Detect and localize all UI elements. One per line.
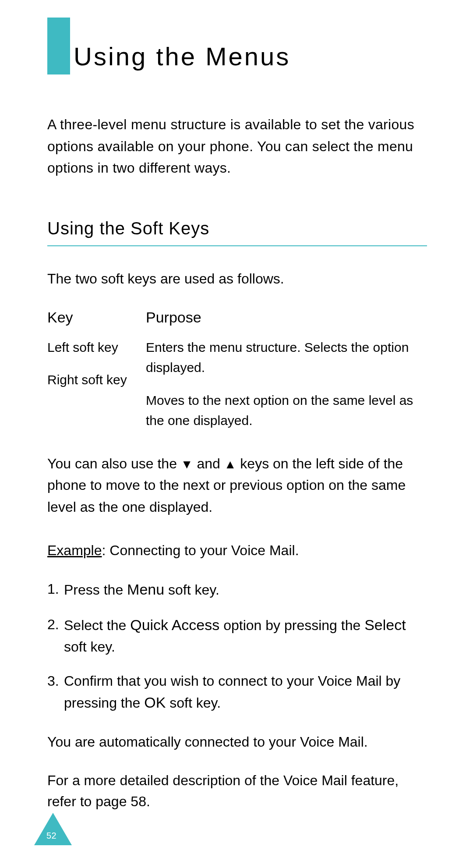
- example-line: Example: Connecting to your Voice Mail.: [47, 542, 427, 559]
- table-cell-key-1: Right soft key: [47, 370, 146, 390]
- intro-paragraph: A three-level menu structure is availabl…: [47, 114, 427, 179]
- example-label: Example: [47, 542, 102, 558]
- page-number: 52: [46, 831, 56, 841]
- section-lead: The two soft keys are used as follows.: [47, 268, 427, 289]
- step-2-suffix: option by pressing the: [219, 617, 364, 633]
- step-1-suffix: soft key.: [164, 582, 219, 598]
- page-title: Using the Menus: [74, 42, 290, 71]
- table-header-purpose: Purpose: [146, 309, 427, 326]
- manual-page: Using the Menus A three-level menu struc…: [0, 0, 473, 868]
- header-accent-bar: [47, 18, 70, 74]
- arrow-text-1: You can also use the: [47, 456, 181, 471]
- table-col-key: Key Left soft key Right soft key: [47, 309, 146, 431]
- table-cell-purpose-0: Enters the menu structure. Selects the o…: [146, 337, 427, 378]
- arrow-instructions: You can also use the ▼ and ▲ keys on the…: [47, 453, 427, 518]
- step-2-suffix2: soft key.: [64, 639, 115, 655]
- closing-paragraph-2: For a more detailed description of the V…: [47, 770, 427, 812]
- steps-list: Press the Menu soft key. Select the Quic…: [47, 578, 427, 714]
- step-1-keyword: Menu: [127, 581, 164, 598]
- step-2-keyword2: Select: [364, 616, 406, 633]
- step-2: Select the Quick Access option by pressi…: [47, 614, 427, 657]
- step-2-keyword: Quick Access: [130, 616, 219, 633]
- table-col-purpose: Purpose Enters the menu structure. Selec…: [146, 309, 427, 431]
- up-arrow-icon: ▲: [224, 457, 236, 471]
- step-1-prefix: Press the: [64, 582, 127, 598]
- example-rest: : Connecting to your Voice Mail.: [102, 542, 299, 558]
- step-3-prefix: Confirm that you wish to connect to your…: [64, 673, 400, 711]
- down-arrow-icon: ▼: [181, 457, 193, 471]
- step-3-suffix: soft key.: [166, 695, 221, 711]
- section-rule: [47, 245, 427, 246]
- closing-paragraph-1: You are automatically connected to your …: [47, 731, 427, 752]
- section-title: Using the Soft Keys: [47, 219, 427, 238]
- table-cell-key-0: Left soft key: [47, 337, 146, 358]
- table-cell-purpose-1: Moves to the next option on the same lev…: [146, 390, 427, 431]
- table-header-key: Key: [47, 309, 146, 326]
- step-3-keyword: OK: [144, 694, 166, 711]
- arrow-text-2: and: [193, 456, 224, 471]
- softkey-table: Key Left soft key Right soft key Purpose…: [47, 309, 427, 431]
- step-1: Press the Menu soft key.: [47, 578, 427, 601]
- step-2-prefix: Select the: [64, 617, 130, 633]
- page-header: Using the Menus: [47, 18, 427, 74]
- step-3: Confirm that you wish to connect to your…: [47, 670, 427, 714]
